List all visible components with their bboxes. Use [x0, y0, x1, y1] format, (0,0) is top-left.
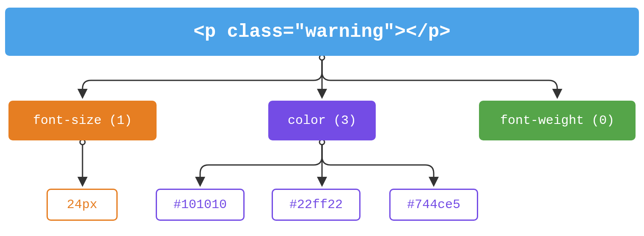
property-box-font-size: font-size (1)	[8, 101, 157, 140]
value-text: #101010	[173, 198, 227, 212]
property-box-font-weight: font-weight (0)	[479, 101, 636, 140]
diagram-canvas: <p class="warning"></p> font-size (1) co…	[0, 0, 644, 236]
value-box-color-0: #101010	[156, 189, 245, 221]
value-text: #22ff22	[289, 198, 343, 212]
value-box-color-2: #744ce5	[389, 189, 478, 221]
property-box-color: color (3)	[268, 101, 376, 140]
value-box-color-1: #22ff22	[272, 189, 361, 221]
property-label: font-weight (0)	[500, 113, 614, 128]
value-text: 24px	[67, 198, 97, 212]
value-box-font-size-0: 24px	[47, 189, 118, 221]
root-element-box: <p class="warning"></p>	[5, 8, 639, 56]
root-code-text: <p class="warning"></p>	[193, 21, 450, 42]
value-text: #744ce5	[407, 198, 460, 212]
property-label: font-size (1)	[33, 113, 132, 128]
property-label: color (3)	[288, 113, 356, 128]
